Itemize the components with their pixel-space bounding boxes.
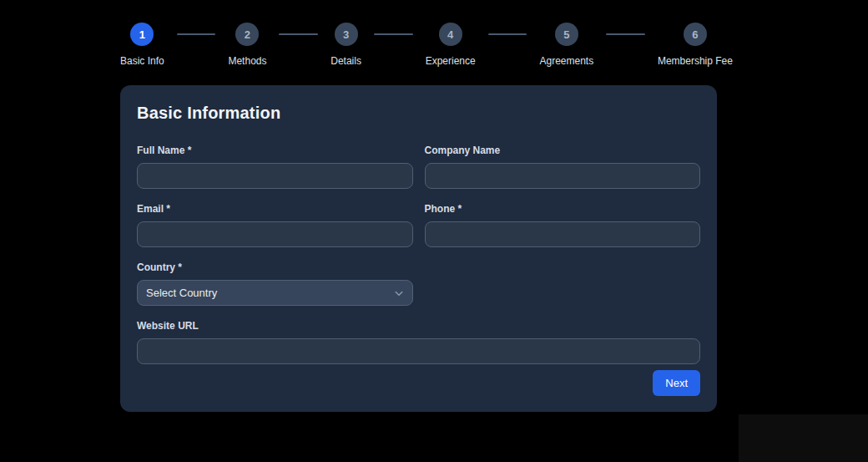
full-name-label: Full Name * <box>137 145 413 156</box>
step-connector <box>177 33 216 35</box>
step-experience[interactable]: 4 Experience <box>426 23 476 67</box>
email-input[interactable] <box>137 221 413 247</box>
full-name-field-group: Full Name * <box>137 145 413 189</box>
corner-shadow-patch <box>739 414 868 462</box>
step-connector <box>488 33 527 35</box>
form-actions: Next <box>653 370 700 396</box>
step-basic-info[interactable]: 1 Basic Info <box>120 23 164 67</box>
step-label-details: Details <box>331 55 361 67</box>
country-select-value: Select Country <box>146 287 217 299</box>
step-methods[interactable]: 2 Methods <box>228 23 266 67</box>
country-select[interactable]: Select Country <box>137 280 413 306</box>
step-circle-1[interactable]: 1 <box>130 23 154 46</box>
basic-information-card: Basic Information Full Name * Company Na… <box>120 85 717 412</box>
page-title: Basic Information <box>137 104 700 123</box>
step-connector <box>279 33 318 35</box>
step-label-experience: Experience <box>426 55 476 67</box>
step-membership-fee[interactable]: 6 Membership Fee <box>658 23 733 67</box>
step-label-agreements: Agreements <box>539 55 593 67</box>
company-name-label: Company Name <box>425 145 701 156</box>
company-name-field-group: Company Name <box>425 145 701 189</box>
step-label-membership-fee: Membership Fee <box>658 55 733 67</box>
step-circle-2[interactable]: 2 <box>235 23 259 46</box>
phone-field-group: Phone * <box>425 203 701 247</box>
step-label-methods: Methods <box>228 55 266 67</box>
step-connector <box>606 33 645 35</box>
form-grid: Full Name * Company Name Email * Phone *… <box>137 145 700 378</box>
email-field-group: Email * <box>137 203 413 247</box>
step-circle-3[interactable]: 3 <box>335 23 358 46</box>
website-field-group: Website URL <box>137 320 700 364</box>
website-url-label: Website URL <box>137 320 700 332</box>
country-field-group: Country * Select Country <box>137 261 413 306</box>
company-name-input[interactable] <box>425 163 701 189</box>
next-button[interactable]: Next <box>653 370 700 396</box>
chevron-down-icon <box>394 288 404 298</box>
stepper: 1 Basic Info 2 Methods 3 Details 4 Exper… <box>120 0 733 67</box>
step-details[interactable]: 3 Details <box>331 23 361 67</box>
phone-input[interactable] <box>425 221 701 247</box>
full-name-input[interactable] <box>137 163 413 189</box>
country-label: Country * <box>137 261 413 273</box>
website-url-input[interactable] <box>137 338 700 364</box>
step-label-basic-info: Basic Info <box>120 55 164 67</box>
step-connector <box>374 33 413 35</box>
phone-label: Phone * <box>425 203 701 215</box>
email-label: Email * <box>137 203 413 215</box>
step-circle-4[interactable]: 4 <box>439 23 462 46</box>
step-agreements[interactable]: 5 Agreements <box>539 23 593 67</box>
step-circle-6[interactable]: 6 <box>684 23 707 46</box>
step-circle-5[interactable]: 5 <box>555 23 578 46</box>
